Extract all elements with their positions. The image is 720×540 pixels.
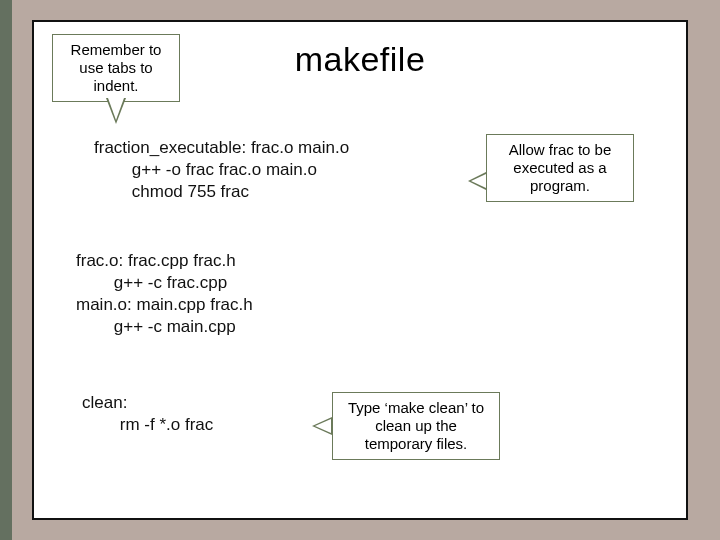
makefile-rule-executable: fraction_executable: frac.o main.o g++ -…	[94, 137, 349, 203]
callout-make-clean: Type ‘make clean’ to clean up the tempor…	[332, 392, 500, 460]
makefile-rule-clean: clean: rm -f *.o frac	[82, 392, 213, 436]
makefile-rule-objects: frac.o: frac.cpp frac.h g++ -c frac.cpp …	[76, 250, 253, 338]
callout-allow-exec: Allow frac to be executed as a program.	[486, 134, 634, 202]
accent-bar	[0, 0, 12, 540]
callout-allow-pointer	[468, 172, 486, 190]
callout-clean-pointer	[312, 417, 332, 435]
slide-frame: makefile Remember to use tabs to indent.…	[32, 20, 688, 520]
callout-remember-pointer	[106, 98, 126, 124]
callout-remember-tabs: Remember to use tabs to indent.	[52, 34, 180, 102]
